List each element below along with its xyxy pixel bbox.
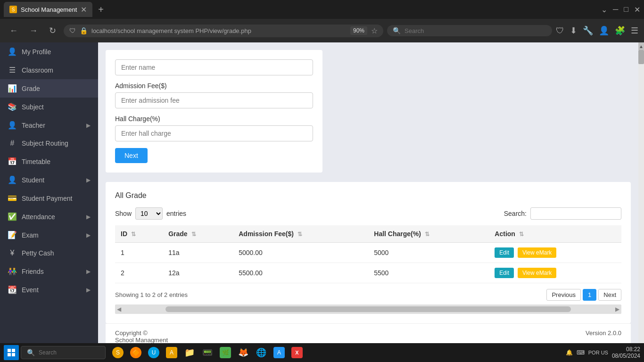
taskbar-notification-icon[interactable]: 🔔	[566, 349, 573, 356]
address-text: localhost/school management system PHP/v…	[91, 27, 347, 34]
sidebar-item-subject-routing[interactable]: # Subject Routing	[0, 134, 98, 152]
horizontal-scrollbar[interactable]: ◀ ▶	[115, 304, 621, 314]
edit-btn[interactable]: Edit	[495, 268, 514, 278]
app-icon-xampp: X	[291, 347, 303, 358]
admission-fee-form-group: Admission Fee($)	[115, 82, 313, 108]
svg-rect-2	[8, 353, 11, 356]
taskbar-search-icon: 🔍	[27, 349, 35, 356]
taskbar-app-vlc[interactable]: 🔶	[127, 344, 144, 361]
sidebar-item-event[interactable]: 📆 Event ▶	[0, 280, 98, 299]
sidebar-item-student[interactable]: 👤 Student ▶	[0, 171, 98, 189]
entries-select[interactable]: 10 25 50 100	[135, 207, 163, 220]
tab-close-btn[interactable]: ✕	[81, 5, 87, 14]
taskbar-app-terminal[interactable]: 📟	[199, 344, 216, 361]
sidebar-item-student-payment[interactable]: 💳 Student Payment	[0, 189, 98, 207]
back-btn[interactable]: ←	[6, 24, 22, 38]
sidebar-item-petty-cash[interactable]: ¥ Petty Cash	[0, 244, 98, 262]
refresh-btn[interactable]: ↻	[45, 24, 60, 38]
taskbar-app-files[interactable]: 📁	[181, 344, 198, 361]
sidebar-item-my-profile[interactable]: 👤 My Profile	[0, 42, 98, 61]
sort-admission-icon[interactable]: ⇅	[297, 231, 302, 238]
taskbar-keyboard-icon[interactable]: ⌨	[577, 349, 585, 356]
hall-charge-input[interactable]	[115, 125, 313, 141]
scrollbar-thumb[interactable]	[165, 306, 570, 312]
taskbar-apps: S 🔶 U A 📁 📟 🌿 🦊 🌐 A X	[109, 344, 305, 361]
cell-grade: 12a	[163, 263, 233, 283]
minimize-btn[interactable]: ─	[613, 5, 618, 14]
grade-icon: 📊	[8, 84, 17, 93]
app-icon-2: 🔶	[130, 347, 141, 358]
petty-cash-icon: ¥	[8, 249, 17, 257]
sidebar-item-timetable[interactable]: 📅 Timetable	[0, 152, 98, 171]
view-emark-btn[interactable]: View eMark	[518, 247, 556, 258]
taskbar-app-cortana[interactable]: S	[109, 344, 126, 361]
col-action: Action ⇅	[489, 225, 621, 243]
cell-id: 1	[115, 243, 163, 263]
sidebar-item-grade[interactable]: 📊 Grade	[0, 79, 98, 98]
edit-btn[interactable]: Edit	[495, 247, 514, 258]
sidebar-label-classroom: Classroom	[22, 66, 53, 74]
next-page-btn[interactable]: Next	[598, 289, 621, 301]
scroll-right-btn[interactable]: ▶	[615, 306, 619, 313]
taskbar-search-input[interactable]	[39, 349, 109, 356]
page-1-btn[interactable]: 1	[583, 289, 596, 301]
maximize-btn[interactable]: □	[624, 5, 628, 14]
sort-grade-icon[interactable]: ⇅	[191, 231, 196, 238]
sidebar-item-friends[interactable]: 👫 Friends ▶	[0, 262, 98, 280]
vertical-scrollbar[interactable]: ▲ ▼	[638, 42, 644, 362]
table-search-input[interactable]	[530, 207, 621, 220]
friends-icon: 👫	[8, 267, 17, 276]
search-icon: 🔍	[393, 27, 401, 34]
svg-rect-1	[12, 349, 15, 352]
profile-icon[interactable]: 👤	[599, 25, 609, 36]
taskbar-app-firefox[interactable]: 🦊	[235, 344, 252, 361]
bookmark-btn[interactable]: ☆	[371, 26, 378, 35]
table-row: 1 11a 5000.00 5000 Edit View eMark	[115, 243, 621, 263]
form-next-button[interactable]: Next	[115, 148, 148, 163]
taskbar-app-5[interactable]: A	[271, 344, 288, 361]
sort-id-icon[interactable]: ⇅	[131, 231, 136, 238]
subject-routing-icon: #	[8, 139, 17, 148]
table-search-control: Search:	[504, 207, 621, 220]
sidebar-item-exam[interactable]: 📝 Exam ▶	[0, 226, 98, 244]
forward-btn[interactable]: →	[25, 24, 41, 38]
close-btn[interactable]: ✕	[634, 5, 640, 14]
taskbar-app-3[interactable]: U	[145, 344, 162, 361]
sort-hall-icon[interactable]: ⇅	[425, 231, 429, 238]
browser-chrome: S School Management ✕ + ⌄ ─ □ ✕ ← → ↻ 🛡 …	[0, 0, 644, 42]
menu-icon[interactable]: ☰	[631, 25, 638, 36]
browser-search-bar[interactable]: 🔍	[387, 25, 552, 36]
taskbar-app-4[interactable]: A	[163, 344, 180, 361]
tools-icon[interactable]: 🔧	[583, 25, 593, 36]
prev-page-btn[interactable]: Previous	[546, 289, 581, 301]
scroll-up-btn[interactable]: ▲	[638, 42, 644, 50]
student-arrow-icon: ▶	[86, 177, 91, 183]
start-btn[interactable]	[4, 345, 19, 360]
name-input[interactable]	[115, 59, 313, 75]
taskbar-app-xampp[interactable]: X	[289, 344, 305, 361]
admission-fee-input[interactable]	[115, 92, 313, 108]
view-emark-btn[interactable]: View eMark	[518, 268, 556, 278]
extensions-icon[interactable]: 🧩	[615, 25, 625, 36]
scrollbar-track[interactable]	[638, 50, 644, 354]
sort-action-icon[interactable]: ⇅	[519, 231, 524, 238]
browser-tab[interactable]: S School Management ✕	[4, 2, 92, 17]
taskbar-search-box[interactable]: 🔍	[21, 346, 106, 359]
sidebar-item-teacher[interactable]: 👤 Teacher ▶	[0, 116, 98, 134]
sidebar-item-classroom[interactable]: ☰ Classroom	[0, 61, 98, 79]
taskbar-app-browser[interactable]: 🌐	[253, 344, 270, 361]
search-input[interactable]	[405, 27, 546, 34]
tab-list-btn[interactable]: ⌄	[601, 5, 607, 14]
address-bar[interactable]: 🛡 🔒 localhost/school management system P…	[64, 25, 383, 37]
download-icon[interactable]: ⬇	[570, 25, 577, 36]
cell-hall-charge: 5500	[368, 263, 489, 283]
sidebar-item-subject[interactable]: 📚 Subject	[0, 98, 98, 116]
taskbar-app-notes[interactable]: 🌿	[217, 344, 234, 361]
sidebar-item-attendance[interactable]: ✅ Attendance ▶	[0, 207, 98, 226]
zoom-level[interactable]: 90%	[350, 26, 367, 35]
new-tab-btn[interactable]: +	[94, 4, 107, 15]
scroll-left-btn[interactable]: ◀	[117, 306, 121, 313]
scrollbar-handle[interactable]	[638, 50, 644, 64]
grade-form-card: Admission Fee($) Hall Charge(%) Next	[106, 50, 322, 173]
pocket-icon[interactable]: 🛡	[556, 26, 564, 36]
